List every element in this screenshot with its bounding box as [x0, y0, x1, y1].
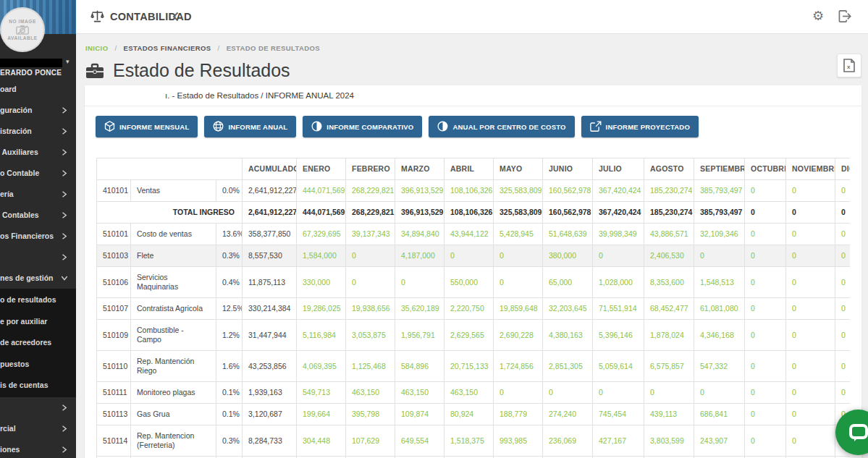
- month-value-link[interactable]: 0: [786, 382, 835, 404]
- month-value-link[interactable]: 274,240: [543, 404, 593, 425]
- month-value-link[interactable]: 71,551,914: [593, 298, 644, 320]
- month-value-link[interactable]: 0: [786, 351, 835, 382]
- month-value-link[interactable]: 61,081,080: [694, 298, 745, 320]
- month-value-link[interactable]: 325,583,809: [494, 180, 543, 202]
- sidebar-item[interactable]: istración: [0, 121, 76, 142]
- month-value-link[interactable]: 0: [745, 382, 786, 404]
- sidebar-item[interactable]: o Contable: [0, 163, 76, 184]
- month-value-link[interactable]: 1,584,000: [297, 245, 346, 267]
- month-value-link[interactable]: 0: [644, 382, 694, 404]
- month-value-link[interactable]: 0: [835, 180, 850, 202]
- month-value-link[interactable]: 584,896: [395, 351, 444, 382]
- month-value-link[interactable]: 1,548,513: [694, 267, 745, 298]
- month-value-link[interactable]: 107,629: [346, 425, 395, 457]
- month-value-link[interactable]: 0: [543, 382, 593, 404]
- month-value-link[interactable]: 1,125,468: [346, 351, 395, 382]
- month-value-link[interactable]: 268,229,821: [346, 180, 395, 202]
- month-value-link[interactable]: 5,059,614: [593, 351, 644, 382]
- sidebar-subitem[interactable]: o de resultados: [0, 289, 76, 311]
- month-value-link[interactable]: 745,454: [593, 404, 644, 425]
- month-value-link[interactable]: 2,220,750: [444, 298, 494, 320]
- month-value-link[interactable]: 32,109,346: [694, 224, 745, 245]
- month-value-link[interactable]: 1,028,000: [593, 267, 644, 298]
- report-button-informe-mensual[interactable]: INFORME MENSUAL: [96, 116, 198, 137]
- month-value-link[interactable]: 3,803,599: [644, 425, 694, 457]
- month-value-link[interactable]: 0: [494, 382, 543, 404]
- month-value-link[interactable]: 19,286,025: [297, 298, 346, 320]
- month-value-link[interactable]: 367,420,424: [593, 180, 644, 202]
- month-value-link[interactable]: 32,203,645: [543, 298, 593, 320]
- month-value-link[interactable]: 68,452,477: [644, 298, 694, 320]
- report-button-anual-por-centro-de-costo[interactable]: ANUAL POR CENTRO DE COSTO: [429, 116, 574, 137]
- apps-grid-icon[interactable]: [784, 9, 799, 23]
- month-value-link[interactable]: 0: [444, 245, 494, 267]
- month-value-link[interactable]: 0: [745, 320, 786, 351]
- month-value-link[interactable]: 35,620,189: [395, 298, 444, 320]
- month-value-link[interactable]: 67,329,695: [297, 224, 346, 245]
- month-value-link[interactable]: 0: [786, 298, 835, 320]
- month-value-link[interactable]: 385,793,497: [694, 180, 745, 202]
- month-value-link[interactable]: 160,562,978: [543, 180, 593, 202]
- sidebar-subitem[interactable]: puestos: [0, 354, 76, 376]
- month-value-link[interactable]: 8,353,600: [644, 267, 694, 298]
- month-value-link[interactable]: 19,859,648: [494, 298, 543, 320]
- month-value-link[interactable]: 4,069,395: [297, 351, 346, 382]
- month-value-link[interactable]: 39,137,343: [346, 224, 395, 245]
- month-value-link[interactable]: 20,715,133: [444, 351, 494, 382]
- month-value-link[interactable]: 6,575,857: [644, 351, 694, 382]
- month-value-link[interactable]: 395,798: [346, 404, 395, 425]
- month-value-link[interactable]: 0: [593, 382, 644, 404]
- sidebar-subitem[interactable]: is de cuentas: [0, 375, 76, 396]
- logout-icon[interactable]: [838, 9, 852, 23]
- sidebar-item[interactable]: nes de gestión: [0, 268, 76, 289]
- month-value-link[interactable]: 396,913,529: [395, 180, 444, 202]
- month-value-link[interactable]: 2,406,530: [644, 245, 694, 267]
- month-value-link[interactable]: 0: [694, 245, 745, 267]
- month-value-link[interactable]: 0: [745, 351, 786, 382]
- month-value-link[interactable]: 463,150: [444, 382, 494, 404]
- month-value-link[interactable]: 243,907: [694, 425, 745, 457]
- month-value-link[interactable]: 34,894,840: [395, 224, 444, 245]
- month-value-link[interactable]: 80,924: [444, 404, 494, 425]
- month-value-link[interactable]: 547,332: [694, 351, 745, 382]
- month-value-link[interactable]: 0: [745, 245, 786, 267]
- month-value-link[interactable]: 0: [494, 267, 543, 298]
- month-value-link[interactable]: 51,648,639: [543, 224, 593, 245]
- month-value-link[interactable]: 0: [835, 351, 850, 382]
- month-value-link[interactable]: 0: [786, 224, 835, 245]
- month-value-link[interactable]: 236,069: [543, 425, 593, 457]
- month-value-link[interactable]: 0: [786, 425, 835, 457]
- month-value-link[interactable]: 439,113: [644, 404, 694, 425]
- sidebar-subitem[interactable]: de acreedores: [0, 332, 76, 354]
- month-value-link[interactable]: 199,664: [297, 404, 346, 425]
- report-button-informe-comparativo[interactable]: INFORME COMPARATIVO: [303, 116, 422, 137]
- month-value-link[interactable]: 0: [745, 298, 786, 320]
- month-value-link[interactable]: 1,724,856: [494, 351, 543, 382]
- month-value-link[interactable]: 4,187,000: [395, 245, 444, 267]
- month-value-link[interactable]: 0: [694, 382, 745, 404]
- company-selector[interactable]: [0, 59, 62, 67]
- breadcrumb-inicio[interactable]: INICIO: [85, 44, 108, 52]
- month-value-link[interactable]: 330,000: [297, 267, 346, 298]
- month-value-link[interactable]: 4,346,168: [694, 320, 745, 351]
- month-value-link[interactable]: 0: [395, 267, 444, 298]
- month-value-link[interactable]: 0: [786, 320, 835, 351]
- month-value-link[interactable]: 0: [835, 298, 850, 320]
- month-value-link[interactable]: 0: [346, 267, 395, 298]
- month-value-link[interactable]: 2,690,228: [494, 320, 543, 351]
- month-value-link[interactable]: 2,629,565: [444, 320, 494, 351]
- month-value-link[interactable]: 463,150: [395, 382, 444, 404]
- month-value-link[interactable]: 1,518,375: [444, 425, 494, 457]
- sidebar-item[interactable]: guración: [0, 100, 76, 121]
- month-value-link[interactable]: 5,428,945: [494, 224, 543, 245]
- month-value-link[interactable]: 188,779: [494, 404, 543, 425]
- month-value-link[interactable]: 108,106,326: [444, 180, 494, 202]
- month-value-link[interactable]: 0: [786, 404, 835, 425]
- avatar[interactable]: NO IMAGE AVAILABLE: [1, 9, 43, 51]
- sidebar-item[interactable]: ería: [0, 184, 76, 205]
- month-value-link[interactable]: 0: [835, 245, 850, 267]
- export-excel-button[interactable]: x: [837, 54, 861, 77]
- sidebar-item[interactable]: oard: [0, 79, 76, 100]
- month-value-link[interactable]: 0: [745, 267, 786, 298]
- month-value-link[interactable]: 19,938,656: [346, 298, 395, 320]
